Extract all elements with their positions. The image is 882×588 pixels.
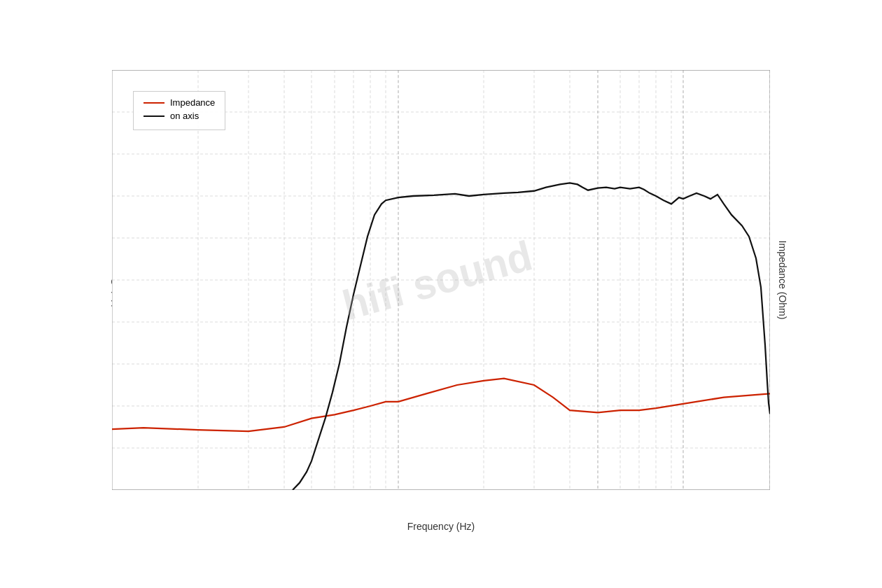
legend-item-on-axis: on axis	[144, 111, 215, 121]
chart-area: SPL (dB) @ 2.83V, 1m Impedance (Ohm) Fre…	[112, 70, 770, 490]
legend-line-on-axis	[144, 115, 164, 117]
x-axis-label: Frequency (Hz)	[407, 521, 475, 532]
chart-wrapper: SPL (dB) @ 2.83V, 1m Impedance (Ohm) Fre…	[56, 56, 826, 546]
legend-item-impedance: Impedance	[144, 97, 215, 108]
legend-label-impedance: Impedance	[170, 97, 215, 108]
y-axis-right-label: Impedance (Ohm)	[778, 241, 789, 320]
chart-svg: 120 115 110 105 100 95 90 85 80 75 70 0 …	[112, 70, 770, 490]
legend-label-on-axis: on axis	[170, 111, 199, 121]
legend-line-impedance	[144, 102, 164, 104]
chart-container: SPL (dB) @ 2.83V, 1m Impedance (Ohm) Fre…	[0, 0, 882, 588]
chart-legend: Impedance on axis	[133, 91, 225, 130]
